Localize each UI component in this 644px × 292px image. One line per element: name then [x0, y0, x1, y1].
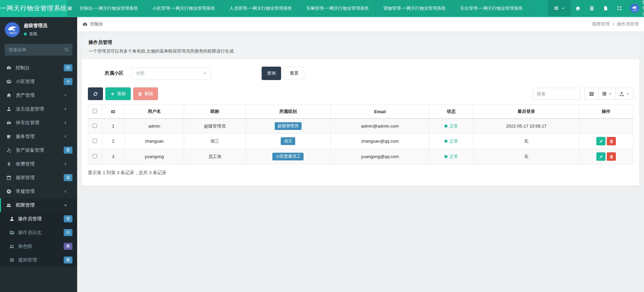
sidebar-item-operator-log[interactable]: 操作员日志日	[0, 226, 77, 239]
pencil-icon	[599, 139, 603, 143]
cell-username: zhangsan	[124, 134, 184, 149]
community-select-value: 全部	[136, 70, 145, 76]
sidebar-user-name: 超级管理员	[24, 23, 47, 29]
breadcrumb-home-link[interactable]: 控制台	[83, 21, 103, 27]
query-button[interactable]: 查询	[262, 67, 281, 80]
row-checkbox[interactable]	[93, 139, 97, 143]
sidebar-item-dashboard[interactable]: 控制台控	[0, 61, 77, 75]
sidebar-item-label: 操作员日志	[18, 230, 64, 236]
table-search-input[interactable]	[533, 88, 580, 100]
sidebar-item-label: 停车位管理	[16, 120, 62, 126]
gauge-icon	[5, 65, 12, 70]
community-select[interactable]: 全部	[131, 67, 211, 80]
navbar-tab-4[interactable]: 车辆管理-一网天行物业管理系统	[299, 0, 376, 16]
sidebar-item-fee[interactable]: $收费管理	[0, 157, 77, 171]
nav-document-button[interactable]	[599, 0, 612, 16]
row-checkbox-cell	[88, 119, 102, 134]
cell-group: 超级管理员	[246, 119, 331, 134]
refresh-button[interactable]	[88, 87, 103, 100]
cell-actions	[579, 134, 633, 149]
gavel-icon	[5, 148, 12, 153]
main-content: 控制台 权限管理 / 操作员管理 操作员管理 一个管理员可以有多个角色组,左侧的…	[77, 0, 644, 292]
gear-icon	[5, 189, 12, 194]
select-all-checkbox[interactable]	[93, 109, 97, 113]
operators-table: ID用户名昵称所属组别Email状态最后登录操作 1admin超级管理员超级管理…	[88, 104, 633, 164]
sidebar-item-service[interactable]: 服务管理	[0, 130, 77, 143]
table-body: 1admin超级管理员超级管理员admin@admin.com正常2022-05…	[88, 119, 633, 164]
table-row: 3yuangong员工张小区普通员工yuangong@qq.com正常无	[88, 149, 633, 164]
nav-fullscreen-button[interactable]	[612, 0, 626, 16]
sidebar-item-label: 角色组	[18, 243, 64, 249]
status-badge: 正常	[444, 154, 458, 160]
sidebar-item-general[interactable]: 常规管理	[0, 185, 77, 198]
table-toolbar: 添加 删除	[88, 87, 633, 100]
nav-clear-button[interactable]	[585, 0, 599, 16]
sidebar-item-owner-info[interactable]: 业主信息管理	[0, 102, 77, 116]
export-icon	[619, 91, 624, 96]
cell-email: admin@admin.com	[331, 119, 429, 134]
navbar-tab-5[interactable]: 宠物管理-一网天行物业管理系统	[376, 0, 452, 16]
add-button-label: 添加	[117, 91, 126, 97]
operator-panel: 操作员管理 一个管理员可以有多个角色组,左侧的菜单根据管理员所拥有的权限进行生成…	[82, 34, 639, 186]
caret-down-icon	[203, 71, 207, 75]
export-dropdown-button[interactable]	[616, 88, 633, 100]
avatar: 一网天行	[630, 4, 639, 13]
reset-button[interactable]: 重置	[284, 67, 304, 80]
home-icon	[5, 93, 12, 98]
sidebar-item-role-group[interactable]: 角色组角	[0, 239, 77, 253]
group-badge: 业主	[281, 137, 295, 145]
tab-list-dropdown[interactable]	[548, 0, 571, 16]
navbar-tab-6[interactable]: 车位管理-一网天行物业管理系统	[453, 0, 530, 16]
row-checkbox[interactable]	[93, 154, 97, 158]
sidebar-item-operator[interactable]: 操作员管理管	[0, 212, 77, 226]
sidebar-item-property[interactable]: 房产管理	[0, 88, 77, 102]
status-dot	[444, 140, 447, 143]
status-badge: 正常	[444, 123, 458, 129]
edit-button[interactable]	[596, 152, 605, 161]
sidebar-item-permission[interactable]: 权限管理	[0, 198, 77, 212]
delete-button-label: 删除	[145, 91, 153, 97]
user-icon	[5, 106, 12, 112]
cell-username: yuangong	[124, 149, 184, 164]
columns-dropdown-button[interactable]	[599, 88, 616, 100]
sidebar-item-rule[interactable]: 规则管理规	[0, 253, 77, 267]
row-checkbox[interactable]	[93, 124, 97, 128]
cell-group: 业主	[246, 134, 331, 149]
sidebar-item-community[interactable]: 小区管理小	[0, 75, 77, 88]
sidebar-item-duty[interactable]: 值班管理值	[0, 171, 77, 185]
bars-icon	[8, 258, 15, 263]
add-button[interactable]: 添加	[105, 87, 131, 100]
brand-logo[interactable]: 一网天行物业管理系统	[0, 0, 67, 16]
column-header-6: 状态	[429, 105, 474, 119]
menu-badge: 资	[64, 147, 72, 153]
content-area: 操作员管理 一个管理员可以有多个角色组,左侧的菜单根据管理员所拥有的权限进行生成…	[77, 31, 644, 199]
page-title: 操作员管理	[89, 40, 633, 46]
sidebar-item-asset-equipment[interactable]: 资产设备管理资	[0, 143, 77, 157]
navbar-tab-2[interactable]: 小区管理-一网天行物业管理系统	[145, 0, 222, 16]
navbar-tab-3[interactable]: 人员管理-一网天行物业管理系统	[222, 0, 299, 16]
panel-body: 所属小区 全部 查询 重置 添加	[82, 59, 639, 186]
delete-button[interactable]: 删除	[133, 87, 158, 100]
sidebar-menu: 控制台控小区管理小房产管理业主信息管理停车位管理服务管理资产设备管理资$收费管理…	[0, 61, 77, 267]
cell-last-login: 2022-05-17 10:56:17	[473, 119, 579, 134]
cell-actions	[579, 119, 633, 134]
edit-button[interactable]	[596, 137, 605, 145]
navbar-tab-1[interactable]: 控制台-一网天行物业管理系统	[72, 0, 145, 16]
detail-view-button[interactable]	[584, 88, 599, 100]
chev-left-icon	[62, 107, 69, 111]
chev-left-icon	[62, 190, 69, 193]
cell-username: admin	[124, 119, 184, 134]
nav-user-menu[interactable]: 一网天行 超级管理员	[626, 0, 644, 16]
cell-last-login: 无	[473, 149, 579, 164]
dollar-icon: $	[5, 161, 12, 166]
menu-search-input[interactable]	[5, 44, 72, 56]
nav-home-button[interactable]	[571, 0, 585, 16]
sidebar-toggle-button[interactable]	[67, 0, 72, 16]
trash-icon	[609, 155, 613, 159]
sidebar-item-label: 常规管理	[16, 189, 62, 195]
row-delete-button[interactable]	[607, 152, 616, 161]
svg-text:$: $	[8, 162, 10, 166]
search-icon	[64, 47, 69, 52]
row-delete-button[interactable]	[607, 137, 616, 145]
sidebar-item-parking[interactable]: 停车位管理	[0, 116, 77, 130]
